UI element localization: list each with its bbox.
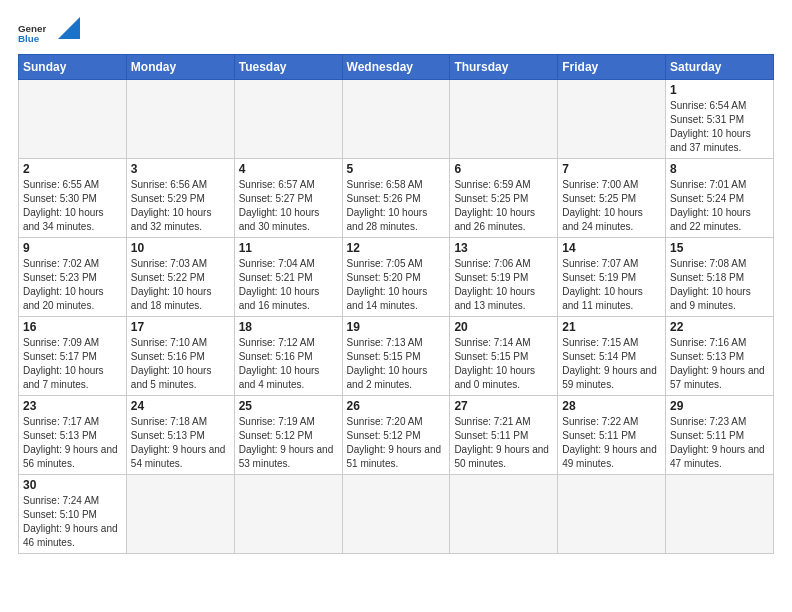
day-info: Sunrise: 7:04 AM Sunset: 5:21 PM Dayligh… bbox=[239, 257, 338, 313]
weekday-monday: Monday bbox=[126, 55, 234, 80]
day-info: Sunrise: 7:19 AM Sunset: 5:12 PM Dayligh… bbox=[239, 415, 338, 471]
day-info: Sunrise: 6:55 AM Sunset: 5:30 PM Dayligh… bbox=[23, 178, 122, 234]
week-row-2: 9Sunrise: 7:02 AM Sunset: 5:23 PM Daylig… bbox=[19, 238, 774, 317]
day-number: 11 bbox=[239, 241, 338, 255]
calendar-cell: 12Sunrise: 7:05 AM Sunset: 5:20 PM Dayli… bbox=[342, 238, 450, 317]
weekday-sunday: Sunday bbox=[19, 55, 127, 80]
day-info: Sunrise: 7:03 AM Sunset: 5:22 PM Dayligh… bbox=[131, 257, 230, 313]
page: General Blue SundayMondayTuesdayWednesda… bbox=[0, 0, 792, 612]
day-number: 17 bbox=[131, 320, 230, 334]
header: General Blue bbox=[18, 18, 774, 46]
day-number: 21 bbox=[562, 320, 661, 334]
week-row-1: 2Sunrise: 6:55 AM Sunset: 5:30 PM Daylig… bbox=[19, 159, 774, 238]
day-number: 12 bbox=[347, 241, 446, 255]
day-number: 29 bbox=[670, 399, 769, 413]
day-number: 30 bbox=[23, 478, 122, 492]
day-number: 13 bbox=[454, 241, 553, 255]
day-number: 14 bbox=[562, 241, 661, 255]
calendar-cell bbox=[558, 475, 666, 554]
day-number: 7 bbox=[562, 162, 661, 176]
weekday-friday: Friday bbox=[558, 55, 666, 80]
calendar-cell: 1Sunrise: 6:54 AM Sunset: 5:31 PM Daylig… bbox=[666, 80, 774, 159]
day-number: 25 bbox=[239, 399, 338, 413]
calendar-cell: 23Sunrise: 7:17 AM Sunset: 5:13 PM Dayli… bbox=[19, 396, 127, 475]
day-number: 6 bbox=[454, 162, 553, 176]
day-number: 26 bbox=[347, 399, 446, 413]
calendar-cell: 17Sunrise: 7:10 AM Sunset: 5:16 PM Dayli… bbox=[126, 317, 234, 396]
calendar-cell: 5Sunrise: 6:58 AM Sunset: 5:26 PM Daylig… bbox=[342, 159, 450, 238]
day-number: 5 bbox=[347, 162, 446, 176]
day-info: Sunrise: 7:21 AM Sunset: 5:11 PM Dayligh… bbox=[454, 415, 553, 471]
day-info: Sunrise: 7:01 AM Sunset: 5:24 PM Dayligh… bbox=[670, 178, 769, 234]
calendar-cell bbox=[342, 80, 450, 159]
day-number: 22 bbox=[670, 320, 769, 334]
day-info: Sunrise: 7:06 AM Sunset: 5:19 PM Dayligh… bbox=[454, 257, 553, 313]
day-info: Sunrise: 7:10 AM Sunset: 5:16 PM Dayligh… bbox=[131, 336, 230, 392]
weekday-tuesday: Tuesday bbox=[234, 55, 342, 80]
calendar-cell: 4Sunrise: 6:57 AM Sunset: 5:27 PM Daylig… bbox=[234, 159, 342, 238]
day-number: 2 bbox=[23, 162, 122, 176]
day-info: Sunrise: 7:14 AM Sunset: 5:15 PM Dayligh… bbox=[454, 336, 553, 392]
calendar-cell: 14Sunrise: 7:07 AM Sunset: 5:19 PM Dayli… bbox=[558, 238, 666, 317]
calendar-cell: 22Sunrise: 7:16 AM Sunset: 5:13 PM Dayli… bbox=[666, 317, 774, 396]
calendar-cell bbox=[666, 475, 774, 554]
day-info: Sunrise: 7:05 AM Sunset: 5:20 PM Dayligh… bbox=[347, 257, 446, 313]
calendar-cell: 28Sunrise: 7:22 AM Sunset: 5:11 PM Dayli… bbox=[558, 396, 666, 475]
week-row-5: 30Sunrise: 7:24 AM Sunset: 5:10 PM Dayli… bbox=[19, 475, 774, 554]
day-number: 18 bbox=[239, 320, 338, 334]
day-number: 9 bbox=[23, 241, 122, 255]
svg-marker-3 bbox=[58, 17, 80, 39]
calendar-cell: 3Sunrise: 6:56 AM Sunset: 5:29 PM Daylig… bbox=[126, 159, 234, 238]
day-number: 27 bbox=[454, 399, 553, 413]
day-info: Sunrise: 7:00 AM Sunset: 5:25 PM Dayligh… bbox=[562, 178, 661, 234]
day-info: Sunrise: 7:16 AM Sunset: 5:13 PM Dayligh… bbox=[670, 336, 769, 392]
day-number: 3 bbox=[131, 162, 230, 176]
week-row-3: 16Sunrise: 7:09 AM Sunset: 5:17 PM Dayli… bbox=[19, 317, 774, 396]
day-info: Sunrise: 6:58 AM Sunset: 5:26 PM Dayligh… bbox=[347, 178, 446, 234]
svg-text:Blue: Blue bbox=[18, 33, 40, 44]
day-info: Sunrise: 6:54 AM Sunset: 5:31 PM Dayligh… bbox=[670, 99, 769, 155]
day-number: 20 bbox=[454, 320, 553, 334]
day-info: Sunrise: 7:12 AM Sunset: 5:16 PM Dayligh… bbox=[239, 336, 338, 392]
calendar-cell: 10Sunrise: 7:03 AM Sunset: 5:22 PM Dayli… bbox=[126, 238, 234, 317]
calendar-cell bbox=[558, 80, 666, 159]
calendar-cell bbox=[450, 475, 558, 554]
day-info: Sunrise: 7:13 AM Sunset: 5:15 PM Dayligh… bbox=[347, 336, 446, 392]
day-info: Sunrise: 6:59 AM Sunset: 5:25 PM Dayligh… bbox=[454, 178, 553, 234]
calendar-cell bbox=[126, 80, 234, 159]
calendar-cell bbox=[342, 475, 450, 554]
calendar-cell: 24Sunrise: 7:18 AM Sunset: 5:13 PM Dayli… bbox=[126, 396, 234, 475]
calendar-cell: 29Sunrise: 7:23 AM Sunset: 5:11 PM Dayli… bbox=[666, 396, 774, 475]
day-number: 28 bbox=[562, 399, 661, 413]
weekday-saturday: Saturday bbox=[666, 55, 774, 80]
calendar-cell: 9Sunrise: 7:02 AM Sunset: 5:23 PM Daylig… bbox=[19, 238, 127, 317]
calendar-table: SundayMondayTuesdayWednesdayThursdayFrid… bbox=[18, 54, 774, 554]
day-info: Sunrise: 7:24 AM Sunset: 5:10 PM Dayligh… bbox=[23, 494, 122, 550]
day-number: 4 bbox=[239, 162, 338, 176]
day-number: 24 bbox=[131, 399, 230, 413]
weekday-wednesday: Wednesday bbox=[342, 55, 450, 80]
day-number: 15 bbox=[670, 241, 769, 255]
calendar-cell: 26Sunrise: 7:20 AM Sunset: 5:12 PM Dayli… bbox=[342, 396, 450, 475]
calendar-cell: 16Sunrise: 7:09 AM Sunset: 5:17 PM Dayli… bbox=[19, 317, 127, 396]
calendar-cell bbox=[19, 80, 127, 159]
day-number: 23 bbox=[23, 399, 122, 413]
calendar-cell: 25Sunrise: 7:19 AM Sunset: 5:12 PM Dayli… bbox=[234, 396, 342, 475]
day-info: Sunrise: 7:09 AM Sunset: 5:17 PM Dayligh… bbox=[23, 336, 122, 392]
calendar-cell: 11Sunrise: 7:04 AM Sunset: 5:21 PM Dayli… bbox=[234, 238, 342, 317]
calendar-cell: 18Sunrise: 7:12 AM Sunset: 5:16 PM Dayli… bbox=[234, 317, 342, 396]
day-info: Sunrise: 7:08 AM Sunset: 5:18 PM Dayligh… bbox=[670, 257, 769, 313]
calendar-cell: 21Sunrise: 7:15 AM Sunset: 5:14 PM Dayli… bbox=[558, 317, 666, 396]
weekday-header-row: SundayMondayTuesdayWednesdayThursdayFrid… bbox=[19, 55, 774, 80]
day-info: Sunrise: 7:18 AM Sunset: 5:13 PM Dayligh… bbox=[131, 415, 230, 471]
calendar-cell: 20Sunrise: 7:14 AM Sunset: 5:15 PM Dayli… bbox=[450, 317, 558, 396]
calendar-cell: 19Sunrise: 7:13 AM Sunset: 5:15 PM Dayli… bbox=[342, 317, 450, 396]
calendar-cell: 2Sunrise: 6:55 AM Sunset: 5:30 PM Daylig… bbox=[19, 159, 127, 238]
day-info: Sunrise: 7:15 AM Sunset: 5:14 PM Dayligh… bbox=[562, 336, 661, 392]
day-info: Sunrise: 7:23 AM Sunset: 5:11 PM Dayligh… bbox=[670, 415, 769, 471]
week-row-4: 23Sunrise: 7:17 AM Sunset: 5:13 PM Dayli… bbox=[19, 396, 774, 475]
day-number: 19 bbox=[347, 320, 446, 334]
calendar-cell: 30Sunrise: 7:24 AM Sunset: 5:10 PM Dayli… bbox=[19, 475, 127, 554]
day-info: Sunrise: 7:07 AM Sunset: 5:19 PM Dayligh… bbox=[562, 257, 661, 313]
calendar-cell: 6Sunrise: 6:59 AM Sunset: 5:25 PM Daylig… bbox=[450, 159, 558, 238]
